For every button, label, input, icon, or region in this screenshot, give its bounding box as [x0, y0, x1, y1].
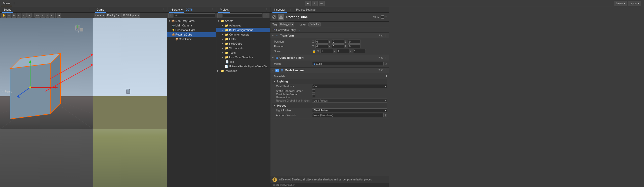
- project-item-stresstests[interactable]: ▶ 📁 StressTests: [216, 46, 270, 50]
- cast-shadows-dropdown[interactable]: On ▾: [312, 84, 387, 88]
- pause-button[interactable]: ⏸: [312, 1, 318, 6]
- contrib-gi-checkbox[interactable]: [312, 94, 315, 97]
- project-item-advanced[interactable]: ▶ 📁 Advanced: [216, 23, 270, 28]
- project-item-buildconfigs[interactable]: ▶ 📁 BuildConfigurations: [216, 28, 270, 32]
- mesh-renderer-enable-checkbox[interactable]: ✓: [275, 69, 279, 72]
- project-settings-tab[interactable]: Project Settings: [295, 7, 317, 13]
- project-item-packages[interactable]: ▶ 📁 Packages: [216, 69, 270, 73]
- inspector-tab[interactable]: Inspector: [272, 7, 287, 13]
- layout-dropdown[interactable]: Layout ▾: [628, 1, 641, 6]
- scale-tool[interactable]: ⊡: [17, 13, 21, 18]
- position-x-input[interactable]: 0: [315, 40, 328, 44]
- inspector-menu-dots[interactable]: ⋮: [383, 8, 387, 12]
- rotation-x-input[interactable]: 0: [315, 44, 328, 48]
- collapse-assets-icon: ▼: [217, 20, 220, 22]
- game-tab[interactable]: Game: [95, 7, 106, 13]
- scene-tab[interactable]: Scene: [1, 1, 12, 6]
- scene-view[interactable]: < Persp y: [0, 18, 93, 187]
- static-dropdown-arrow[interactable]: ▾: [385, 16, 387, 18]
- gizmo-toggle[interactable]: ◉: [57, 13, 61, 18]
- hierarchy-menu-dots[interactable]: ⋮: [211, 8, 214, 12]
- project-item-hellocube[interactable]: ▶ 📁 HelloCube: [216, 41, 270, 46]
- display-dropdown[interactable]: Display 1 ▾: [106, 13, 120, 18]
- hierarchy-item-dirlight[interactable]: 💡 Directional Light: [167, 28, 216, 32]
- position-z-input[interactable]: 0: [348, 40, 361, 44]
- project-search[interactable]: [223, 13, 262, 17]
- tag-dropdown[interactable]: Untagged ▾: [279, 22, 294, 26]
- scene-menu-dots[interactable]: ⋮: [12, 2, 16, 6]
- play-button[interactable]: ▶: [305, 1, 311, 6]
- mesh-renderer-help-icon[interactable]: ?: [378, 69, 380, 72]
- transform-help-icon[interactable]: ?: [378, 34, 380, 37]
- anchor-target-icon[interactable]: ◎: [385, 114, 387, 117]
- project-item-assets[interactable]: ▼ 📁 Assets: [216, 19, 270, 23]
- hierarchy-item-maincam[interactable]: 📷 Main Camera: [167, 23, 216, 28]
- mesh-filter-settings-icon[interactable]: ⚙: [381, 56, 383, 59]
- hierarchy-search[interactable]: [174, 13, 215, 17]
- project-item-tests[interactable]: ▶ 📁 Tests: [216, 50, 270, 55]
- rotation-y-input[interactable]: 0: [332, 44, 344, 48]
- game-view[interactable]: [93, 18, 167, 187]
- static-shadow-checkbox[interactable]: [312, 89, 315, 92]
- mesh-filter-more-icon[interactable]: ⋮: [384, 56, 387, 59]
- mesh-filter-header[interactable]: ▼ ⊞ Cube (Mesh Filter) ? ⚙ ⋮: [270, 55, 389, 60]
- hierarchy-tab[interactable]: Hierarchy: [169, 7, 184, 13]
- transform-settings-icon[interactable]: ⚙: [381, 34, 383, 37]
- game-options-menu[interactable]: ⋮: [162, 8, 165, 12]
- move-tool[interactable]: ✛: [7, 13, 11, 18]
- rect-tool[interactable]: ▭: [22, 13, 27, 18]
- object-enabled-checkbox[interactable]: ✓: [272, 15, 276, 19]
- receive-gi-dropdown[interactable]: Light Probes ▾: [312, 99, 387, 103]
- project-item-urp[interactable]: 📄 UniversalRenderPipelineGlobalSe...: [216, 64, 270, 69]
- probes-section-label[interactable]: ▼ Probes: [272, 103, 387, 108]
- hierarchy-item-ijob[interactable]: ▼ 📦 IJobEntityBatch: [167, 19, 216, 23]
- hierarchy-item-childcube[interactable]: 📦 ChildCube: [167, 37, 216, 41]
- layer-dropdown[interactable]: Default ▾: [308, 22, 321, 26]
- light-probes-dropdown[interactable]: Blend Probes ▾: [312, 108, 387, 112]
- mesh-field[interactable]: ■ Cube: [312, 62, 384, 66]
- transform-tool[interactable]: ⊞: [27, 13, 32, 18]
- project-item-editor[interactable]: ▶ 📁 Editor: [216, 37, 270, 41]
- project-item-csc[interactable]: 📄 csc: [216, 59, 270, 64]
- 2d-toggle[interactable]: 2D: [34, 13, 40, 18]
- project-options-btn[interactable]: ⋮: [263, 13, 269, 18]
- mesh-filter-help-icon[interactable]: ?: [378, 56, 380, 59]
- add-project-btn[interactable]: +: [217, 13, 222, 18]
- anchor-field[interactable]: None (Transform): [312, 113, 384, 117]
- game-view-dropdown[interactable]: Game ▾: [94, 13, 105, 18]
- mesh-target-icon[interactable]: ◎: [385, 62, 387, 66]
- position-y-input[interactable]: 0: [332, 40, 344, 44]
- fx-toggle[interactable]: ✦: [50, 13, 54, 18]
- lighting-section-label[interactable]: ▼ Lighting: [272, 79, 387, 84]
- transform-more-icon[interactable]: ⋮: [384, 34, 387, 37]
- mesh-renderer-settings-icon[interactable]: ⚙: [381, 69, 383, 72]
- project-menu-dots[interactable]: ⋮: [265, 8, 268, 12]
- mesh-value-label: Cube: [316, 63, 322, 65]
- mesh-value: ■ Cube ◎: [312, 62, 387, 66]
- scene-options-menu[interactable]: ⋮: [87, 8, 91, 12]
- scale-lock-icon[interactable]: 🔒: [312, 50, 316, 53]
- static-checkbox[interactable]: [381, 15, 384, 19]
- scene-tab-inner[interactable]: Scene: [2, 7, 13, 13]
- layers-dropdown[interactable]: Layers ▾: [614, 1, 627, 6]
- project-tab[interactable]: Project: [218, 7, 230, 13]
- project-item-commonassets[interactable]: ▶ 📁 Common Assets: [216, 32, 270, 37]
- mesh-renderer-header[interactable]: ▼ ✓ ⊟ Mesh Renderer ? ⚙ ⋮: [270, 68, 389, 73]
- mesh-renderer-more-icon[interactable]: ⋮: [384, 69, 387, 72]
- scale-z-input[interactable]: 1: [353, 49, 366, 53]
- project-item-usecases[interactable]: ▶ 📁 Use Case Samples: [216, 55, 270, 59]
- collapse-ts-icon: ▶: [222, 51, 224, 54]
- hand-tool[interactable]: ✋: [1, 13, 6, 18]
- aspect-dropdown[interactable]: 16:10 Aspect ▾: [121, 13, 140, 18]
- transform-header[interactable]: ▼ ↔ Transform ? ⚙ ⋮: [270, 33, 389, 38]
- rotate-tool[interactable]: ↻: [12, 13, 16, 18]
- scale-y-input[interactable]: 1: [337, 49, 349, 53]
- hierarchy-item-rotcube[interactable]: 📦 RotatingCube: [167, 32, 216, 37]
- scale-x-input[interactable]: 1: [320, 49, 333, 53]
- add-hierarchy-btn[interactable]: +: [168, 13, 173, 18]
- rotation-z-input[interactable]: 0: [348, 44, 361, 48]
- light-toggle[interactable]: ☀: [41, 13, 45, 18]
- step-button[interactable]: ⏭: [319, 1, 325, 6]
- audio-toggle[interactable]: ♪: [46, 13, 49, 18]
- svg-point-10: [29, 86, 31, 88]
